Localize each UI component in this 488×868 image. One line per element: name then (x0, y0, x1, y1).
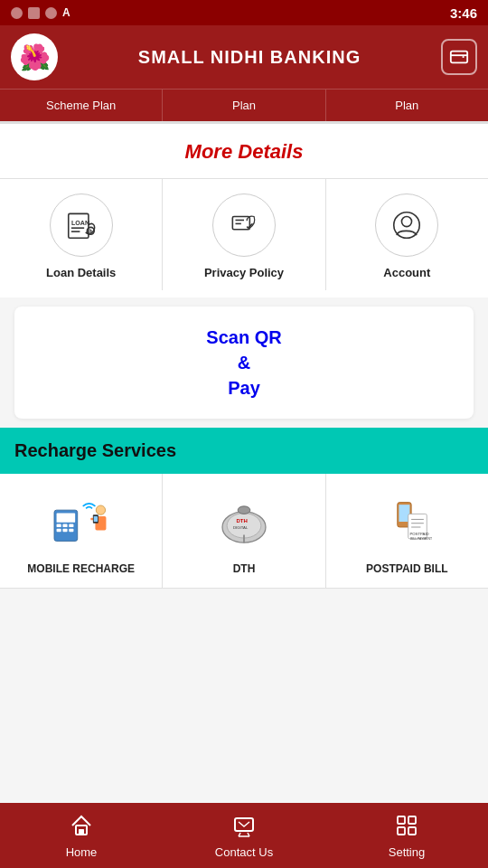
recharge-grid: MOBILE RECHARGE DTH DIGITAL DTH (0, 474, 488, 589)
header: 🌺 SMALL NIDHI BANKING (0, 25, 488, 89)
dth-label: DTH (233, 562, 256, 575)
svg-point-8 (402, 217, 412, 227)
recharge-title: Recharge Services (14, 440, 474, 461)
bottom-nav: Home Contact Us Setting (0, 803, 488, 868)
svg-text:LOAN: LOAN (71, 220, 89, 227)
mobile-recharge-icon (45, 490, 117, 553)
more-details-title: More Details (0, 140, 488, 164)
svg-point-27 (238, 506, 250, 514)
account-label: Account (383, 266, 430, 279)
details-grid: LOAN Loan Details (0, 178, 488, 290)
nav-setting[interactable]: Setting (325, 803, 488, 868)
privacy-policy-item[interactable]: Privacy Policy (163, 179, 325, 290)
contact-icon (231, 813, 257, 842)
status-icon-4: A (62, 6, 70, 19)
scan-qr-section: Scan QR & Pay (0, 297, 488, 428)
loan-icon: LOAN (50, 193, 113, 257)
nav-contact-label: Contact Us (215, 845, 273, 859)
account-item[interactable]: Account (326, 179, 488, 290)
home-icon (69, 813, 94, 842)
more-details-section: More Details LOAN Loan Details (0, 124, 488, 297)
svg-rect-14 (56, 529, 61, 532)
svg-rect-40 (398, 816, 405, 824)
dth-item[interactable]: DTH DIGITAL DTH (163, 474, 325, 589)
svg-text:DIGITAL: DIGITAL (233, 525, 249, 530)
postpaid-bill-item[interactable]: POSTPAID BILL PAYMENT POSTPAID BILL (326, 474, 488, 589)
svg-rect-16 (69, 529, 73, 532)
mobile-recharge-item[interactable]: MOBILE RECHARGE (0, 474, 163, 589)
svg-rect-21 (93, 516, 97, 522)
svg-rect-0 (451, 52, 467, 63)
svg-text:BILL PAYMENT: BILL PAYMENT (411, 537, 433, 541)
loan-details-item[interactable]: LOAN Loan Details (0, 179, 163, 290)
svg-rect-41 (408, 816, 416, 824)
svg-rect-42 (398, 827, 405, 835)
privacy-policy-label: Privacy Policy (204, 266, 284, 279)
loan-details-label: Loan Details (46, 266, 116, 279)
recharge-header: Recharge Services (0, 428, 488, 474)
nav-home-label: Home (66, 845, 98, 859)
nav-setting-label: Setting (389, 845, 425, 859)
tab-scheme-plan[interactable]: Scheme Plan (0, 90, 163, 121)
dth-icon: DTH DIGITAL (208, 490, 280, 553)
svg-rect-12 (62, 524, 67, 527)
svg-point-17 (96, 505, 105, 514)
nav-home[interactable]: Home (0, 803, 163, 868)
status-icon-3 (45, 7, 57, 19)
svg-rect-10 (56, 514, 75, 523)
status-time: 3:46 (450, 5, 477, 21)
account-icon (375, 193, 438, 257)
mobile-recharge-label: MOBILE RECHARGE (27, 562, 135, 575)
status-icon-1 (11, 7, 23, 19)
app-logo: 🌺 (11, 33, 58, 80)
status-icon-2 (28, 7, 40, 19)
svg-text:DTH: DTH (236, 518, 247, 524)
status-bar: A 3:46 (0, 0, 488, 25)
svg-rect-13 (69, 524, 73, 527)
scan-qr-text: Scan QR & Pay (33, 325, 455, 401)
svg-rect-37 (79, 829, 84, 835)
svg-text:POSTPAID: POSTPAID (410, 532, 429, 536)
postpaid-bill-icon: POSTPAID BILL PAYMENT (371, 490, 443, 553)
scan-qr-button[interactable]: Scan QR & Pay (14, 307, 474, 419)
svg-rect-11 (56, 524, 61, 527)
privacy-icon (212, 193, 276, 257)
setting-icon (394, 813, 419, 842)
tab-plan-2[interactable]: Plan (326, 90, 488, 121)
top-tabs: Scheme Plan Plan Plan (0, 89, 488, 121)
svg-rect-43 (408, 827, 416, 835)
svg-rect-38 (235, 818, 253, 831)
wallet-button[interactable] (441, 39, 477, 75)
status-icons: A (11, 6, 70, 19)
app-title: SMALL NIDHI BANKING (58, 47, 441, 68)
nav-contact[interactable]: Contact Us (163, 803, 325, 868)
svg-rect-15 (62, 529, 67, 532)
tab-plan-1[interactable]: Plan (163, 90, 325, 121)
postpaid-bill-label: POSTPAID BILL (366, 562, 447, 575)
